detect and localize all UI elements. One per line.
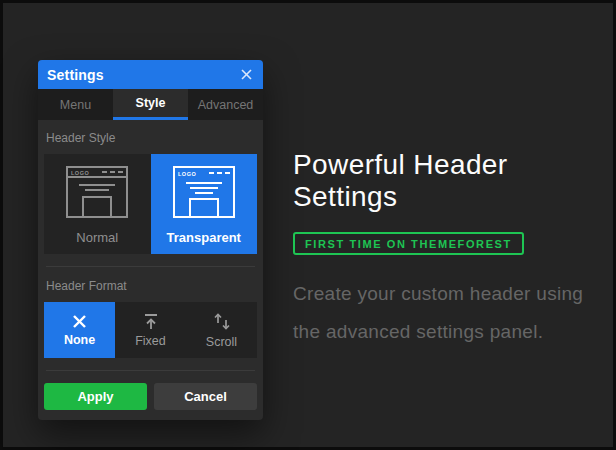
arrow-up-to-bar-icon (141, 313, 161, 330)
browser-normal-icon: LOGO (66, 154, 128, 230)
promo-content: Powerful Header Settings FIRST TIME ON T… (293, 149, 598, 351)
page-title: Powerful Header Settings (293, 149, 598, 213)
option-scroll-label: Scroll (206, 335, 237, 349)
tab-advanced[interactable]: Advanced (188, 89, 263, 120)
tab-menu-label: Menu (60, 98, 91, 112)
apply-button[interactable]: Apply (44, 383, 147, 410)
tab-advanced-label: Advanced (198, 98, 254, 112)
option-transparent-label: Transparent (167, 230, 241, 245)
tab-menu[interactable]: Menu (38, 89, 113, 120)
browser-transparent-icon: LOGO (173, 154, 235, 230)
header-style-label: Header Style (46, 131, 255, 145)
first-time-badge: FIRST TIME ON THEMEFOREST (293, 232, 524, 255)
button-divider (46, 370, 255, 371)
dialog-titlebar: Settings (38, 60, 263, 89)
option-none[interactable]: None (44, 302, 115, 358)
page-background: Settings Menu Style Advanced Header Styl… (0, 0, 616, 450)
close-icon[interactable] (239, 68, 253, 82)
cancel-button[interactable]: Cancel (154, 383, 257, 410)
icon-logo-text: LOGO (71, 170, 89, 176)
tab-bar: Menu Style Advanced (38, 89, 263, 120)
header-style-options: LOGO Normal (44, 154, 257, 254)
tab-style-label: Style (136, 96, 166, 110)
section-divider (46, 266, 255, 267)
header-format-options: None Fixed (44, 302, 257, 358)
icon-logo-text: LOGO (178, 171, 196, 177)
option-normal-label: Normal (76, 230, 118, 245)
option-transparent[interactable]: LOGO Transparent (151, 154, 258, 254)
option-fixed[interactable]: Fixed (115, 302, 186, 358)
header-format-label: Header Format (46, 279, 255, 293)
tab-style[interactable]: Style (113, 89, 188, 120)
option-scroll[interactable]: Scroll (186, 302, 257, 358)
dialog-buttons: Apply Cancel (44, 383, 257, 410)
dialog-title: Settings (47, 67, 104, 83)
dialog-body: Header Style LOGO (38, 120, 263, 420)
option-fixed-label: Fixed (135, 334, 166, 348)
description-text: Create your custom header using the adva… (293, 275, 588, 351)
settings-dialog: Settings Menu Style Advanced Header Styl… (38, 60, 263, 420)
arrows-up-down-icon (211, 312, 233, 331)
option-none-label: None (64, 333, 95, 347)
option-normal[interactable]: LOGO Normal (44, 154, 151, 254)
x-icon (72, 314, 87, 329)
